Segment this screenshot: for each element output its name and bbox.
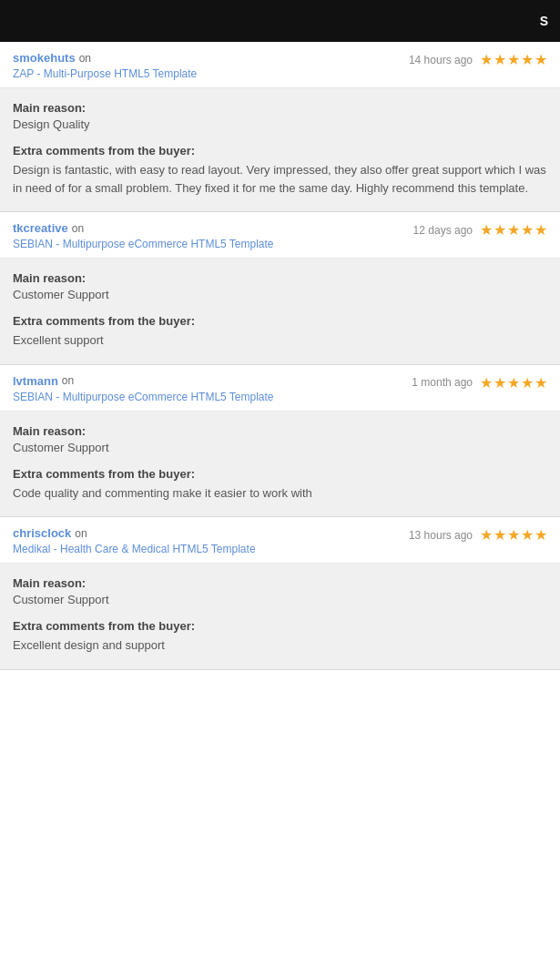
reviewer-top-1: smokehuts on — [13, 51, 197, 65]
extra-comments-label-1: Extra comments from the buyer: — [13, 144, 547, 158]
star-icon: ★ — [535, 374, 547, 392]
reviewer-info-4: chrisclock on Medikal - Health Care & Me… — [13, 526, 256, 555]
review-body-3: Main reason: Customer Support Extra comm… — [0, 412, 560, 517]
review-header-4: chrisclock on Medikal - Health Care & Me… — [0, 517, 560, 564]
time-ago-1: 14 hours ago — [409, 54, 473, 66]
reviewer-name-3[interactable]: lvtmann — [13, 374, 58, 388]
star-icon: ★ — [480, 51, 493, 68]
review-header-3: lvtmann on SEBIAN - Multipurpose eCommer… — [0, 365, 560, 412]
reviewer-on-3: on — [62, 374, 74, 387]
extra-comments-label-4: Extra comments from the buyer: — [13, 619, 547, 633]
star-icon: ★ — [480, 526, 493, 544]
star-icon: ★ — [535, 526, 547, 544]
reviewer-info-3: lvtmann on SEBIAN - Multipurpose eCommer… — [13, 374, 274, 403]
stars-3: ★★★★★ — [480, 374, 547, 392]
star-icon: ★ — [507, 51, 520, 68]
top-bar-text: S — [540, 14, 549, 28]
main-reason-label-1: Main reason: — [13, 101, 547, 115]
reviewer-top-4: chrisclock on — [13, 526, 256, 540]
main-reason-value-4: Customer Support — [13, 593, 547, 606]
review-body-2: Main reason: Customer Support Extra comm… — [0, 259, 560, 364]
extra-comments-value-3: Code quality and commenting make it easi… — [13, 484, 547, 503]
main-reason-value-3: Customer Support — [13, 441, 547, 454]
main-reason-label-4: Main reason: — [13, 576, 547, 590]
template-link-1[interactable]: ZAP - Multi-Purpose HTML5 Template — [13, 67, 197, 80]
review-meta-3: 1 month ago ★★★★★ — [412, 374, 547, 392]
star-icon: ★ — [494, 221, 506, 239]
reviewer-name-1[interactable]: smokehuts — [13, 51, 76, 65]
reviewer-name-4[interactable]: chrisclock — [13, 526, 71, 540]
extra-comments-value-1: Design is fantastic, with easy to read l… — [13, 161, 547, 197]
reviewer-info-1: smokehuts on ZAP - Multi-Purpose HTML5 T… — [13, 51, 197, 80]
stars-4: ★★★★★ — [480, 526, 547, 544]
review-body-1: Main reason: Design Quality Extra commen… — [0, 88, 560, 211]
reviewer-on-2: on — [72, 222, 84, 235]
extra-comments-value-2: Excellent support — [13, 331, 547, 350]
star-icon: ★ — [494, 374, 506, 392]
reviewer-name-2[interactable]: tkcreative — [13, 221, 68, 235]
stars-1: ★★★★★ — [480, 51, 547, 68]
main-reason-value-2: Customer Support — [13, 288, 547, 301]
reviewer-on-4: on — [75, 527, 87, 540]
extra-comments-label-2: Extra comments from the buyer: — [13, 314, 547, 328]
star-icon: ★ — [521, 374, 534, 392]
main-reason-value-1: Design Quality — [13, 117, 547, 131]
star-icon: ★ — [507, 374, 520, 392]
review-meta-4: 13 hours ago ★★★★★ — [409, 526, 547, 544]
extra-comments-value-4: Excellent design and support — [13, 636, 547, 655]
star-icon: ★ — [480, 221, 493, 239]
time-ago-3: 1 month ago — [412, 376, 473, 389]
extra-comments-label-3: Extra comments from the buyer: — [13, 467, 547, 481]
star-icon: ★ — [535, 51, 547, 68]
star-icon: ★ — [507, 221, 520, 239]
stars-2: ★★★★★ — [480, 221, 547, 239]
review-meta-1: 14 hours ago ★★★★★ — [409, 51, 547, 68]
reviewer-top-2: tkcreative on — [13, 221, 274, 235]
star-icon: ★ — [494, 526, 506, 544]
reviewer-on-1: on — [79, 52, 91, 65]
main-reason-label-3: Main reason: — [13, 424, 547, 438]
star-icon: ★ — [494, 51, 506, 68]
star-icon: ★ — [535, 221, 547, 239]
review-body-4: Main reason: Customer Support Extra comm… — [0, 564, 560, 669]
review-section-2: tkcreative on SEBIAN - Multipurpose eCom… — [0, 212, 560, 365]
reviewer-info-2: tkcreative on SEBIAN - Multipurpose eCom… — [13, 221, 274, 250]
star-icon: ★ — [521, 51, 534, 68]
review-meta-2: 12 days ago ★★★★★ — [413, 221, 547, 239]
review-section-3: lvtmann on SEBIAN - Multipurpose eCommer… — [0, 365, 560, 518]
time-ago-4: 13 hours ago — [409, 529, 473, 542]
reviews-container: smokehuts on ZAP - Multi-Purpose HTML5 T… — [0, 42, 560, 670]
template-link-4[interactable]: Medikal - Health Care & Medical HTML5 Te… — [13, 543, 256, 555]
template-link-3[interactable]: SEBIAN - Multipurpose eCommerce HTML5 Te… — [13, 391, 274, 403]
star-icon: ★ — [480, 374, 493, 392]
review-section-4: chrisclock on Medikal - Health Care & Me… — [0, 517, 560, 670]
template-link-2[interactable]: SEBIAN - Multipurpose eCommerce HTML5 Te… — [13, 238, 274, 250]
reviewer-top-3: lvtmann on — [13, 374, 274, 388]
review-section-1: smokehuts on ZAP - Multi-Purpose HTML5 T… — [0, 42, 560, 212]
time-ago-2: 12 days ago — [413, 224, 473, 237]
star-icon: ★ — [521, 221, 534, 239]
review-header-2: tkcreative on SEBIAN - Multipurpose eCom… — [0, 212, 560, 259]
review-header-1: smokehuts on ZAP - Multi-Purpose HTML5 T… — [0, 42, 560, 88]
top-bar: S — [0, 0, 560, 42]
star-icon: ★ — [521, 526, 534, 544]
star-icon: ★ — [507, 526, 520, 544]
main-reason-label-2: Main reason: — [13, 271, 547, 285]
